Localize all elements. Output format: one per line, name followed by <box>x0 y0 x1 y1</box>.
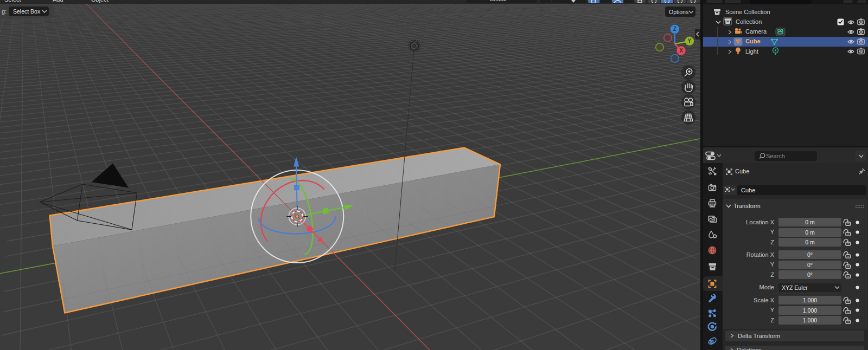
svg-text:Z: Z <box>673 26 676 32</box>
svg-text:X: X <box>679 48 683 54</box>
svg-text:Y: Y <box>688 38 692 44</box>
